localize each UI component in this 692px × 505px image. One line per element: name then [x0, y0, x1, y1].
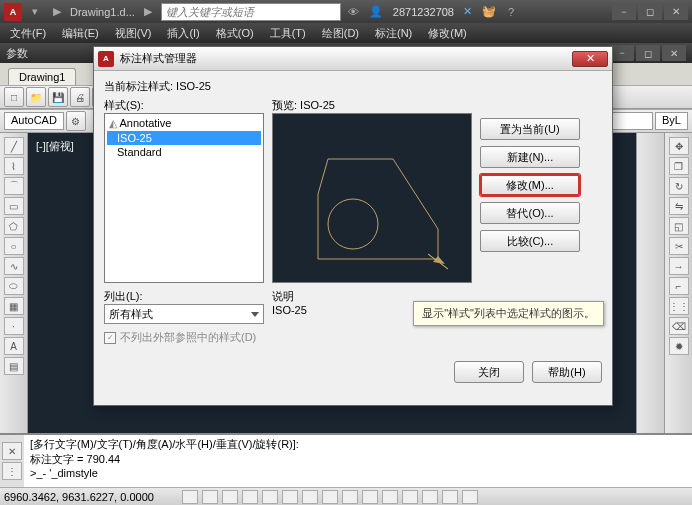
open-icon[interactable]: ▶	[48, 3, 66, 21]
polygon-icon[interactable]: ⬠	[4, 217, 24, 235]
compare-button[interactable]: 比较(C)...	[480, 230, 580, 252]
current-style-label: 当前标注样式: ISO-25	[104, 79, 602, 94]
modify-button[interactable]: 修改(M)...	[480, 174, 580, 196]
erase-icon[interactable]: ⌫	[669, 317, 689, 335]
command-line[interactable]: [多行文字(M)/文字(T)/角度(A)/水平(H)/垂直(V)/旋转(R)]:…	[24, 435, 692, 487]
cmd-prompt: >_-	[30, 467, 46, 479]
spline-icon[interactable]: ∿	[4, 257, 24, 275]
doctab[interactable]: Drawing1	[8, 68, 76, 85]
doc-close[interactable]: ✕	[662, 45, 686, 61]
sb-icon[interactable]	[322, 490, 338, 504]
sb-icon[interactable]	[262, 490, 278, 504]
sb-icon[interactable]	[182, 490, 198, 504]
minimize-button[interactable]: －	[612, 4, 636, 20]
polyline-icon[interactable]: ⌇	[4, 157, 24, 175]
binoculars-icon[interactable]: 👁	[345, 3, 363, 21]
help-icon[interactable]: ?	[502, 3, 520, 21]
ellipse-icon[interactable]: ⬭	[4, 277, 24, 295]
mirror-icon[interactable]: ⇋	[669, 197, 689, 215]
extend-icon[interactable]: →	[669, 257, 689, 275]
preview-tooltip: 显示"样式"列表中选定样式的图示。	[413, 301, 604, 326]
cmd-close-icon[interactable]: ✕	[2, 442, 22, 460]
cmd-handle-icon[interactable]: ⋮	[2, 462, 22, 480]
close-dialog-button[interactable]: 关闭	[454, 361, 524, 383]
menu-view[interactable]: 视图(V)	[111, 26, 156, 41]
doc-max[interactable]: ◻	[636, 45, 660, 61]
new-button[interactable]: 新建(N)...	[480, 146, 580, 168]
preview-pane	[272, 113, 472, 283]
sb-icon[interactable]	[222, 490, 238, 504]
sb-icon[interactable]	[242, 490, 258, 504]
workspace-label[interactable]: AutoCAD	[4, 112, 64, 130]
override-button[interactable]: 替代(O)...	[480, 202, 580, 224]
move-icon[interactable]: ✥	[669, 137, 689, 155]
style-standard[interactable]: Standard	[107, 145, 261, 159]
sb-icon[interactable]	[342, 490, 358, 504]
list-value: 所有样式	[109, 307, 153, 322]
dialog-title: 标注样式管理器	[120, 51, 197, 66]
dialog-close-button[interactable]: ✕	[572, 51, 608, 67]
trim-icon[interactable]: ✂	[669, 237, 689, 255]
menu-draw[interactable]: 绘图(D)	[318, 26, 363, 41]
set-current-button[interactable]: 置为当前(U)	[480, 118, 580, 140]
ws-gear-icon[interactable]: ⚙	[66, 111, 86, 131]
play-icon[interactable]: ▶	[139, 3, 157, 21]
exchange-icon[interactable]: ✕	[458, 3, 476, 21]
menu-edit[interactable]: 编辑(E)	[58, 26, 103, 41]
table-icon[interactable]: ▤	[4, 357, 24, 375]
sb-icon[interactable]	[422, 490, 438, 504]
fillet-icon[interactable]: ⌐	[669, 277, 689, 295]
user-id: 2871232708	[393, 6, 454, 18]
doc-min[interactable]: －	[610, 45, 634, 61]
rotate-icon[interactable]: ↻	[669, 177, 689, 195]
close-button[interactable]: ✕	[664, 4, 688, 20]
sb-icon[interactable]	[382, 490, 398, 504]
save-icon[interactable]: 💾	[48, 87, 68, 107]
scale-icon[interactable]: ◱	[669, 217, 689, 235]
sb-icon[interactable]	[202, 490, 218, 504]
point-icon[interactable]: ·	[4, 317, 24, 335]
sb-icon[interactable]	[302, 490, 318, 504]
menu-dim[interactable]: 标注(N)	[371, 26, 416, 41]
hatch-icon[interactable]: ▦	[4, 297, 24, 315]
copy-icon[interactable]: ❐	[669, 157, 689, 175]
sb-icon[interactable]	[362, 490, 378, 504]
bylayer-label[interactable]: ByL	[655, 112, 688, 130]
style-annotative[interactable]: Annotative	[119, 117, 171, 129]
sb-icon[interactable]	[282, 490, 298, 504]
arc-icon[interactable]: ⌒	[4, 177, 24, 195]
preview-label: 预览: ISO-25	[272, 98, 472, 113]
sb-icon[interactable]	[462, 490, 478, 504]
cmd-history-2: 标注文字 = 790.44	[30, 452, 686, 467]
new-icon[interactable]: □	[4, 87, 24, 107]
restore-button[interactable]: ◻	[638, 4, 662, 20]
user-icon[interactable]: 👤	[367, 3, 385, 21]
cmd-current: '_dimstyle	[49, 467, 98, 479]
help-button[interactable]: 帮助(H)	[532, 361, 602, 383]
sb-icon[interactable]	[402, 490, 418, 504]
print-icon[interactable]: 🖨	[70, 87, 90, 107]
exclude-xref-checkbox[interactable]: ✓	[104, 332, 116, 344]
document-tab[interactable]: Drawing1.d...	[70, 6, 135, 18]
open-folder-icon[interactable]: 📁	[26, 87, 46, 107]
coords: 6960.3462, 9631.6227, 0.0000	[4, 491, 154, 503]
menu-modify[interactable]: 修改(M)	[424, 26, 471, 41]
qat-icon[interactable]: ▾	[26, 3, 44, 21]
menu-tools[interactable]: 工具(T)	[266, 26, 310, 41]
list-dropdown[interactable]: 所有样式	[104, 304, 264, 324]
array-icon[interactable]: ⋮⋮	[669, 297, 689, 315]
text-icon[interactable]: A	[4, 337, 24, 355]
styles-list[interactable]: ◭ Annotative ISO-25 Standard	[104, 113, 264, 283]
circle-icon[interactable]: ○	[4, 237, 24, 255]
style-iso25[interactable]: ISO-25	[107, 131, 261, 145]
sb-icon[interactable]	[442, 490, 458, 504]
explode-icon[interactable]: ✹	[669, 337, 689, 355]
search-input[interactable]	[161, 3, 341, 21]
menu-format[interactable]: 格式(O)	[212, 26, 258, 41]
basket-icon[interactable]: 🧺	[480, 3, 498, 21]
rect-icon[interactable]: ▭	[4, 197, 24, 215]
line-icon[interactable]: ╱	[4, 137, 24, 155]
menu-insert[interactable]: 插入(I)	[163, 26, 203, 41]
menu-file[interactable]: 文件(F)	[6, 26, 50, 41]
menu-params[interactable]: 参数	[6, 46, 28, 61]
